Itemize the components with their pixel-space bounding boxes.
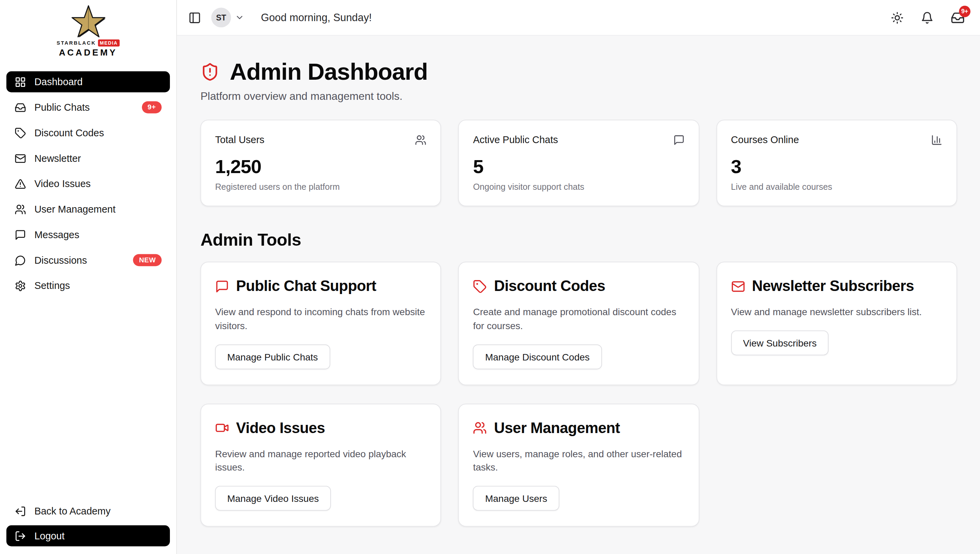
- tool-card-description: View and manage newsletter subscribers l…: [731, 305, 941, 319]
- sidebar-item-label: Discussions: [34, 254, 87, 266]
- admin-tools-grid: Public Chat Support View and respond to …: [200, 262, 957, 527]
- stat-label: Active Public Chats: [473, 134, 558, 146]
- notifications-button[interactable]: [921, 11, 933, 24]
- page-subtitle: Platform overview and management tools.: [200, 90, 957, 103]
- sidebar-item-newsletter[interactable]: Newsletter: [6, 148, 170, 169]
- tool-card-discount-codes: Discount Codes Create and manage promoti…: [458, 262, 699, 385]
- inbox-button[interactable]: 9+: [951, 11, 965, 24]
- alert-triangle-icon: [14, 178, 26, 190]
- brand-name-highlight: MEDIA: [98, 40, 119, 47]
- brand-name-bottom: ACADEMY: [59, 47, 118, 57]
- sidebar-item-public-chats[interactable]: Public Chats 9+: [6, 97, 170, 118]
- back-to-academy-label: Back to Academy: [34, 505, 111, 517]
- stat-label: Courses Online: [731, 134, 799, 146]
- tool-card-title: Newsletter Subscribers: [752, 278, 914, 295]
- sidebar-item-discount-codes[interactable]: Discount Codes: [6, 122, 170, 144]
- shield-alert-icon: [200, 62, 220, 81]
- stat-value: 1,250: [215, 156, 427, 178]
- tool-card-description: View and respond to incoming chats from …: [215, 305, 425, 332]
- sun-icon: [891, 11, 904, 24]
- brand-logo: STARBLACK MEDIA ACADEMY: [0, 0, 177, 64]
- sidebar-item-video-issues[interactable]: Video Issues: [6, 173, 170, 194]
- sidebar-toggle-button[interactable]: [188, 11, 201, 24]
- manage-users-button[interactable]: Manage Users: [473, 486, 559, 511]
- sidebar: STARBLACK MEDIA ACADEMY Dashboard Public…: [0, 0, 177, 554]
- layout-grid-icon: [14, 76, 26, 88]
- tool-card-title: User Management: [494, 420, 620, 436]
- main-content: Admin Dashboard Platform overview and ma…: [177, 36, 980, 554]
- sidebar-item-label: Newsletter: [34, 153, 81, 164]
- tool-card-newsletter-subscribers: Newsletter Subscribers View and manage n…: [716, 262, 957, 385]
- sidebar-item-settings[interactable]: Settings: [6, 275, 170, 296]
- logout-button[interactable]: Logout: [6, 525, 170, 546]
- stat-card-total-users: Total Users 1,250 Registered users on th…: [200, 120, 441, 206]
- sidebar-item-label: Public Chats: [34, 102, 90, 113]
- chevron-down-icon: [235, 13, 245, 22]
- sidebar-item-dashboard[interactable]: Dashboard: [6, 71, 170, 92]
- bell-icon: [921, 11, 933, 24]
- message-square-icon: [14, 229, 26, 241]
- sidebar-item-user-management[interactable]: User Management: [6, 199, 170, 220]
- tool-card-title: Public Chat Support: [236, 278, 376, 295]
- tag-icon: [473, 279, 487, 293]
- brand-name-top: STARBLACK: [57, 40, 96, 46]
- new-badge: NEW: [133, 254, 161, 266]
- topbar-actions: 9+: [891, 11, 965, 24]
- message-square-icon: [215, 279, 229, 293]
- panel-left-icon: [188, 11, 201, 24]
- sidebar-item-label: Settings: [34, 280, 70, 291]
- manage-discount-codes-button[interactable]: Manage Discount Codes: [473, 344, 602, 369]
- stat-description: Registered users on the platform: [215, 182, 427, 192]
- tool-card-user-management: User Management View users, manage roles…: [458, 403, 699, 527]
- manage-video-issues-button[interactable]: Manage Video Issues: [215, 486, 331, 511]
- user-menu[interactable]: ST: [211, 8, 244, 27]
- app-window: STARBLACK MEDIA ACADEMY Dashboard Public…: [0, 0, 980, 554]
- stat-value: 5: [473, 156, 684, 178]
- tool-card-public-chat-support: Public Chat Support View and respond to …: [200, 262, 441, 385]
- sidebar-item-discussions[interactable]: Discussions NEW: [6, 250, 170, 271]
- sidebar-item-label: User Management: [34, 203, 115, 215]
- mail-icon: [731, 279, 745, 293]
- video-icon: [215, 421, 229, 435]
- inbox-icon: [14, 102, 26, 113]
- tool-card-description: Create and manage promotional discount c…: [473, 305, 683, 332]
- sidebar-item-label: Discount Codes: [34, 127, 104, 139]
- sidebar-item-label: Dashboard: [34, 76, 83, 88]
- users-icon: [14, 203, 26, 215]
- stat-description: Live and available courses: [731, 182, 943, 192]
- tool-card-video-issues: Video Issues Review and manage reported …: [200, 403, 441, 527]
- admin-tools-heading: Admin Tools: [200, 231, 957, 251]
- avatar[interactable]: ST: [211, 8, 231, 27]
- sidebar-footer: Back to Academy Logout: [0, 501, 177, 554]
- back-to-academy-link[interactable]: Back to Academy: [6, 501, 170, 522]
- users-icon: [473, 421, 487, 435]
- stats-row: Total Users 1,250 Registered users on th…: [200, 120, 957, 206]
- theme-toggle-button[interactable]: [891, 11, 904, 24]
- log-out-icon: [14, 530, 26, 542]
- inbox-count-badge: 9+: [959, 5, 970, 17]
- stat-card-active-public-chats: Active Public Chats 5 Ongoing visitor su…: [458, 120, 699, 206]
- tag-icon: [14, 127, 26, 139]
- message-square-icon: [673, 134, 685, 146]
- tool-card-title: Discount Codes: [494, 278, 605, 295]
- sidebar-nav: Dashboard Public Chats 9+ Discount Codes…: [0, 64, 177, 296]
- view-subscribers-button[interactable]: View Subscribers: [731, 330, 829, 355]
- sidebar-item-label: Messages: [34, 229, 80, 241]
- stat-label: Total Users: [215, 134, 264, 146]
- greeting-text: Good morning, Sunday!: [261, 11, 372, 24]
- tool-card-description: Review and manage reported video playbac…: [215, 447, 425, 474]
- tool-card-description: View users, manage roles, and other user…: [473, 447, 683, 474]
- logout-label: Logout: [34, 530, 65, 542]
- manage-public-chats-button[interactable]: Manage Public Chats: [215, 344, 330, 369]
- chart-column-icon: [931, 134, 943, 146]
- topbar: ST Good morning, Sunday! 9+: [177, 0, 980, 36]
- message-circle-icon: [14, 254, 26, 266]
- gear-icon: [14, 280, 26, 291]
- users-icon: [415, 134, 427, 146]
- stat-card-courses-online: Courses Online 3 Live and available cour…: [716, 120, 957, 206]
- sidebar-item-messages[interactable]: Messages: [6, 224, 170, 245]
- star-icon: [70, 5, 107, 38]
- mail-icon: [14, 153, 26, 164]
- sidebar-item-label: Video Issues: [34, 178, 91, 190]
- arrow-left-icon: [14, 505, 26, 517]
